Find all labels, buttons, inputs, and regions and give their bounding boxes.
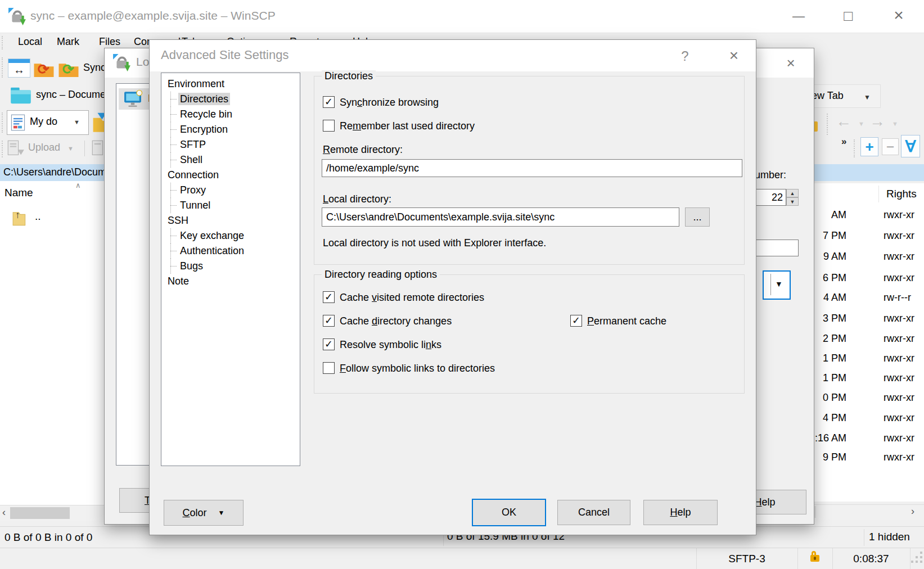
session-tab-icon: [10, 86, 31, 105]
close-button[interactable]: ×: [882, 3, 916, 27]
menu-mark[interactable]: Mark: [57, 36, 79, 48]
tree-item-recycle-bin[interactable]: Recycle bin: [161, 107, 300, 122]
updir-row[interactable]: ..: [35, 210, 41, 223]
file-row[interactable]: :16 AMrwxr-xr: [808, 432, 914, 448]
help-button[interactable]: Help: [643, 500, 718, 525]
port-spin-up[interactable]: ▲: [786, 189, 799, 197]
tree-item-sftp[interactable]: SFTP: [161, 137, 300, 152]
forward-dropdown-icon[interactable]: ▼: [892, 120, 898, 127]
split-button-divider: [770, 274, 771, 295]
tree-item-connection[interactable]: Connection: [161, 168, 300, 183]
file-rights: rwxr-xr: [884, 209, 914, 221]
scroll-left-arrow[interactable]: ‹: [2, 507, 6, 518]
color-button[interactable]: Color ▼: [164, 500, 244, 526]
local-directory-input[interactable]: C:\Users\andre\Documents\example.svija.s…: [322, 207, 679, 227]
file-row[interactable]: 7 PMrwxr-xr: [808, 230, 914, 246]
file-row[interactable]: 3 PMrwxr-xr: [808, 313, 914, 328]
tree-item-directories[interactable]: Directories: [161, 92, 300, 107]
remote-directory-input[interactable]: /home/example/sync: [322, 159, 742, 177]
port-number-input[interactable]: 22: [752, 189, 786, 206]
remove-bookmark-button[interactable]: −: [882, 138, 899, 155]
back-icon[interactable]: ←: [836, 112, 851, 130]
local-hscrollbar-thumb[interactable]: [10, 507, 70, 519]
explorer-note-text: Local directory is not used with Explore…: [323, 237, 546, 249]
dialog-help-icon[interactable]: ?: [673, 46, 697, 67]
file-row[interactable]: 9 PMrwxr-xr: [808, 451, 914, 467]
tree-item-bugs[interactable]: Bugs: [161, 259, 300, 274]
settings-tree[interactable]: Environment Directories Recycle bin Encr…: [161, 73, 300, 466]
file-row[interactable]: 2 PMrwxr-xr: [808, 333, 914, 349]
file-row[interactable]: 1 PMrwxr-xr: [808, 372, 914, 388]
toolbar-separator: [84, 141, 85, 156]
tree-item-encryption[interactable]: Encryption: [161, 122, 300, 137]
checkmark: ✓: [324, 97, 333, 107]
advanced-site-settings-dialog: Advanced Site Settings ? × Environment D…: [149, 39, 756, 535]
tree-item-key-exchange[interactable]: Key exchange: [161, 228, 300, 243]
plus-icon: +: [865, 138, 873, 156]
tree-item-shell[interactable]: Shell: [161, 152, 300, 168]
remote-hscrollbar[interactable]: ›: [808, 504, 924, 520]
file-row[interactable]: 4 PMrwxr-xr: [808, 412, 914, 428]
file-row[interactable]: 9 AMrwxr-xr: [808, 251, 914, 267]
cache-visited-label: Cache visited remote directories: [340, 291, 484, 304]
forward-icon[interactable]: →: [869, 112, 885, 130]
tree-item-environment[interactable]: Environment: [161, 76, 300, 92]
lock-icon[interactable]: [810, 555, 819, 562]
add-bookmark-button[interactable]: +: [860, 137, 878, 156]
synchronize-icon[interactable]: ⟳: [33, 57, 55, 80]
cache-visited-checkbox[interactable]: ✓: [323, 291, 335, 303]
toolbar-overflow-chevron[interactable]: »: [841, 136, 846, 147]
column-header-name[interactable]: Name: [4, 187, 33, 199]
column-header-rights[interactable]: Rights: [886, 188, 917, 200]
browse-button[interactable]: ...: [685, 207, 710, 227]
remember-last-directory-checkbox[interactable]: [323, 120, 335, 132]
toolbar3-grip: [2, 141, 3, 157]
protocol-text: SFTP-3: [696, 553, 797, 565]
file-row[interactable]: 1 PMrwxr-xr: [808, 353, 914, 368]
back-dropdown-icon[interactable]: ▼: [858, 120, 864, 127]
tree-item-authentication[interactable]: Authentication: [161, 243, 300, 259]
scroll-right-arrow[interactable]: ›: [911, 505, 914, 517]
file-rights: rwxr-xr: [884, 333, 914, 345]
filter-button[interactable]: ∀: [901, 135, 920, 157]
file-row[interactable]: 0 PMrwxr-xr: [808, 392, 914, 408]
permanent-cache-checkbox[interactable]: ✓: [570, 315, 582, 327]
minimize-button[interactable]: —: [782, 6, 815, 27]
resolve-symlinks-checkbox[interactable]: ✓: [323, 338, 335, 350]
tree-item-tunnel[interactable]: Tunnel: [161, 198, 300, 213]
new-tab-dropdown-icon[interactable]: ▼: [864, 93, 871, 101]
synchronize-browsing-checkbox[interactable]: ✓: [323, 96, 335, 108]
password-input[interactable]: [752, 240, 799, 256]
checkmark: ✓: [324, 315, 333, 326]
file-row[interactable]: 4 AMrw-r--r: [808, 292, 911, 308]
menu-local[interactable]: Local: [18, 36, 42, 48]
follow-symlinks-checkbox[interactable]: [323, 362, 335, 374]
login-split-button[interactable]: ▼: [763, 270, 791, 300]
login-dropdown-icon[interactable]: ▼: [775, 279, 783, 288]
split-panels-icon[interactable]: ↔: [8, 58, 30, 78]
resolve-symlinks-label: Resolve symbolic links: [340, 338, 441, 351]
maximize-button[interactable]: □: [831, 4, 865, 27]
dialog-close-icon[interactable]: ×: [721, 44, 747, 67]
window-title: sync – example@example.svija.site – WinS…: [30, 9, 276, 22]
tree-item-proxy[interactable]: Proxy: [161, 183, 300, 198]
menu-files[interactable]: Files: [99, 36, 120, 48]
tree-item-ssh[interactable]: SSH: [161, 213, 300, 228]
session-statusbar: SFTP-3 0:08:37: [0, 548, 924, 569]
login-close-button[interactable]: ×: [779, 53, 802, 73]
local-drive-combo[interactable]: My do ▼: [7, 110, 89, 135]
updir-arrow-glyph: ↑: [15, 210, 20, 221]
upload-button[interactable]: Upload: [28, 142, 60, 153]
ok-button[interactable]: OK: [472, 499, 546, 526]
file-row[interactable]: AMrwxr-xr: [808, 209, 914, 225]
status-separator: [864, 529, 864, 546]
cache-changes-checkbox[interactable]: ✓: [323, 315, 335, 327]
cache-changes-label: Cache directory changes: [340, 315, 452, 327]
resize-grip[interactable]: [916, 556, 918, 558]
port-spin-down[interactable]: ▼: [786, 197, 799, 206]
keep-up-to-date-icon[interactable]: ⟳: [57, 57, 80, 80]
cancel-button[interactable]: Cancel: [557, 500, 630, 525]
tree-item-note[interactable]: Note: [161, 274, 300, 289]
permanent-cache-label: Permanent cache: [587, 315, 666, 327]
file-row[interactable]: 6 PMrwxr-xr: [808, 272, 914, 288]
